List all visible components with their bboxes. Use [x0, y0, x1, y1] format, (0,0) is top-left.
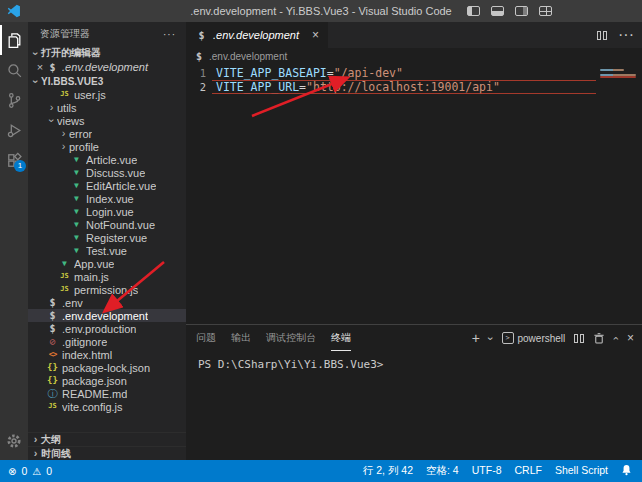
panel-tab-调试控制台[interactable]: 调试控制台: [266, 325, 316, 351]
tree-item-package-lock.json[interactable]: {}package-lock.json: [28, 361, 186, 374]
panel-tab-问题[interactable]: 问题: [196, 325, 216, 351]
open-editors-section-header[interactable]: › 打开的编辑器: [28, 46, 186, 60]
code-line-1: 1VITE_APP_BASEAPI="/api-dev": [186, 66, 642, 80]
split-terminal-icon[interactable]: [574, 334, 584, 343]
tree-item-package.json[interactable]: {}package.json: [28, 374, 186, 387]
tree-item-views[interactable]: ›views: [28, 114, 186, 127]
tree-item-NotFound.vue[interactable]: ▼NotFound.vue: [28, 218, 186, 231]
tree-item-.env.production[interactable]: $.env.production: [28, 322, 186, 335]
tree-item-utils[interactable]: ›utils: [28, 101, 186, 114]
line-content: VITE_APP_URL="http://localhost:19001/api…: [216, 80, 500, 94]
file-name: utils: [57, 102, 77, 114]
status-indentation[interactable]: 空格: 4: [426, 464, 459, 478]
token: "http://localhost:19001/api": [306, 80, 500, 94]
error-icon: ⊗: [8, 466, 16, 477]
status-encoding[interactable]: UTF-8: [472, 464, 502, 478]
tree-item-Register.vue[interactable]: ▼Register.vue: [28, 231, 186, 244]
outline-section-header[interactable]: › 大纲: [28, 432, 186, 446]
project-section-header[interactable]: › YI.BBS.VUE3: [28, 74, 186, 88]
env-file-icon: $: [46, 296, 59, 309]
tab-label: .env.development: [213, 29, 299, 41]
split-editor-icon[interactable]: [597, 31, 607, 40]
tree-item-vite.config.js[interactable]: JSvite.config.js: [28, 400, 186, 413]
status-language-mode[interactable]: Shell Script: [555, 464, 608, 478]
toggle-secondary-sidebar-icon[interactable]: [515, 6, 528, 16]
toggle-sidebar-icon[interactable]: [467, 6, 480, 16]
js-file-icon: JS: [58, 283, 71, 296]
tree-item-App.vue[interactable]: ▼App.vue: [28, 257, 186, 270]
code-editor[interactable]: 1VITE_APP_BASEAPI="/api-dev"2VITE_APP_UR…: [186, 64, 642, 324]
new-terminal-icon[interactable]: +: [472, 331, 480, 345]
file-name: error: [69, 128, 92, 140]
breadcrumb-label: .env.development: [209, 51, 287, 62]
kill-terminal-icon[interactable]: [593, 332, 605, 345]
source-control-icon[interactable]: [0, 85, 28, 115]
html-file-icon: <>: [46, 348, 59, 361]
status-cursor-position[interactable]: 行 2, 列 42: [363, 464, 413, 478]
toggle-panel-icon[interactable]: [491, 6, 504, 16]
settings-gear-icon[interactable]: [0, 426, 28, 456]
panel-tab-终端[interactable]: 终端: [331, 325, 351, 351]
status-eol[interactable]: CRLF: [514, 464, 541, 478]
token: "/api-dev": [334, 66, 403, 80]
sidebar-more-actions-icon[interactable]: ···: [163, 29, 176, 40]
warning-icon: ⚠: [32, 466, 41, 477]
terminal-dropdown-icon[interactable]: ›: [485, 336, 496, 340]
tree-item-Index.vue[interactable]: ▼Index.vue: [28, 192, 186, 205]
terminal-profile-powershell[interactable]: > powershell: [502, 332, 566, 344]
tree-item-profile[interactable]: ›profile: [28, 140, 186, 153]
env-file-icon: $: [196, 50, 202, 63]
file-name: Article.vue: [86, 154, 137, 166]
file-name: Test.vue: [86, 245, 127, 257]
file-name: README.md: [62, 388, 127, 400]
chevron-down-icon: ›: [30, 48, 41, 59]
breadcrumb[interactable]: $ .env.development: [186, 48, 642, 64]
problems-indicator[interactable]: ⊗ 0 ⚠ 0: [8, 465, 52, 477]
vue-file-icon: ▼: [70, 166, 83, 179]
vue-file-icon: ▼: [70, 153, 83, 166]
tree-item-README.md[interactable]: ⓘREADME.md: [28, 387, 186, 400]
tree-item-EditArticle.vue[interactable]: ▼EditArticle.vue: [28, 179, 186, 192]
tree-item-index.html[interactable]: <>index.html: [28, 348, 186, 361]
tree-item-error[interactable]: ›error: [28, 127, 186, 140]
open-editor-item[interactable]: × $ .env.development: [28, 60, 186, 74]
token: =: [327, 66, 334, 80]
explorer-icon[interactable]: [0, 25, 28, 55]
panel-tab-输出[interactable]: 输出: [231, 325, 251, 351]
customize-layout-icon[interactable]: [539, 6, 552, 16]
file-name: NotFound.vue: [86, 219, 155, 231]
activity-bar: 1: [0, 22, 28, 460]
terminal-profile-label: powershell: [518, 333, 566, 344]
tree-item-Login.vue[interactable]: ▼Login.vue: [28, 205, 186, 218]
close-panel-icon[interactable]: ×: [627, 332, 634, 344]
search-icon[interactable]: [0, 55, 28, 85]
notifications-bell-icon[interactable]: [621, 464, 632, 478]
token: VITE_APP_BASEAPI: [216, 66, 327, 80]
env-file-icon: $: [46, 309, 59, 322]
maximize-panel-icon[interactable]: ›: [611, 336, 622, 340]
bottom-panel: 问题输出调试控制台终端 + › > powershell › ×: [186, 324, 642, 460]
token: =: [299, 80, 306, 94]
terminal-output[interactable]: PS D:\CSharp\Yi\Yi.BBS.Vue3>: [186, 351, 642, 460]
extensions-icon[interactable]: 1: [0, 145, 28, 175]
tree-item-.env.development[interactable]: $.env.development: [28, 309, 186, 322]
tab-env-development[interactable]: $ .env.development ×: [186, 22, 328, 48]
chevron-right-icon: ›: [46, 102, 57, 113]
timeline-section-header[interactable]: › 时间线: [28, 446, 186, 460]
tree-item-main.js[interactable]: JSmain.js: [28, 270, 186, 283]
tree-item-permission.js[interactable]: JSpermission.js: [28, 283, 186, 296]
tree-item-user.js[interactable]: JSuser.js: [28, 88, 186, 101]
tree-item-Discuss.vue[interactable]: ▼Discuss.vue: [28, 166, 186, 179]
close-icon[interactable]: ×: [34, 61, 46, 73]
tab-close-icon[interactable]: ×: [312, 28, 319, 42]
vue-file-icon: ▼: [70, 218, 83, 231]
tree-item-Article.vue[interactable]: ▼Article.vue: [28, 153, 186, 166]
run-debug-icon[interactable]: [0, 115, 28, 145]
file-name: main.js: [74, 271, 109, 283]
editor-more-actions-icon[interactable]: ···: [618, 26, 634, 44]
tree-item-Test.vue[interactable]: ▼Test.vue: [28, 244, 186, 257]
tree-item-.env[interactable]: $.env: [28, 296, 186, 309]
terminal-icon: >: [502, 332, 514, 344]
tree-item-.gitignore[interactable]: ⊘.gitignore: [28, 335, 186, 348]
minimap[interactable]: [598, 67, 640, 79]
